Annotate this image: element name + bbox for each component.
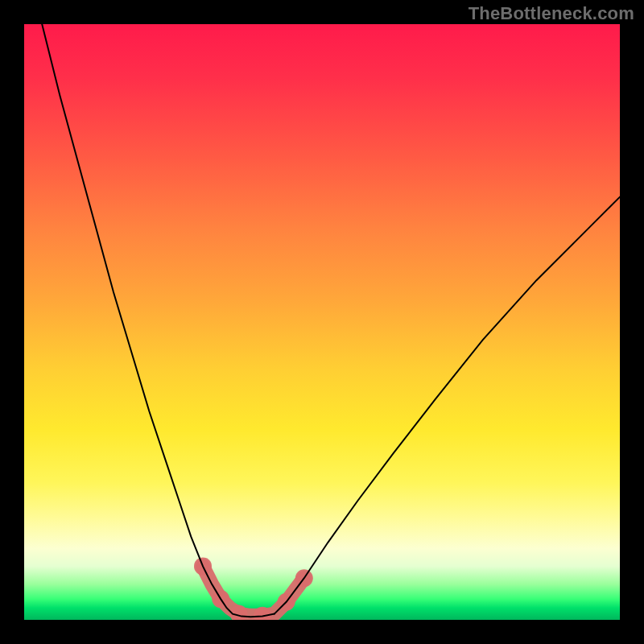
- left-curve: [42, 24, 275, 617]
- right-curve: [275, 197, 620, 614]
- chart-svg: [24, 24, 620, 620]
- plot-area: [24, 24, 620, 620]
- chart-frame: TheBottleneck.com: [0, 0, 644, 644]
- watermark-text: TheBottleneck.com: [469, 3, 634, 24]
